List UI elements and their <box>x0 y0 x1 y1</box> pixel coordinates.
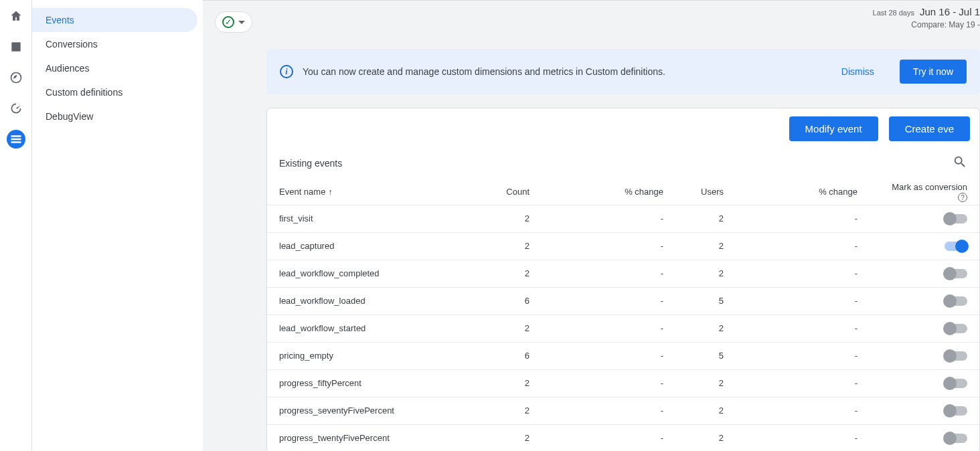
table-row: progress_seventyFivePercent2-2- <box>267 397 979 424</box>
rail-configure-icon[interactable] <box>7 130 25 149</box>
conversion-toggle[interactable] <box>945 351 967 361</box>
event-name-cell[interactable]: lead_workflow_completed <box>267 260 481 287</box>
date-range-compare: Compare: May 19 - <box>873 20 980 29</box>
conversion-toggle[interactable] <box>945 379 967 388</box>
banner-try-button[interactable]: Try it now <box>900 60 967 84</box>
chevron-down-icon <box>238 21 245 24</box>
change-users-cell: - <box>736 424 870 451</box>
date-range-value: Jun 16 - Jul 1 <box>920 6 980 17</box>
topbar: ✓ <box>203 1 980 43</box>
event-name-cell[interactable]: progress_seventyFivePercent <box>267 397 481 424</box>
info-banner: i You can now create and manage custom d… <box>266 49 980 94</box>
conversion-cell <box>870 424 979 451</box>
count-cell: 2 <box>481 205 542 232</box>
change-count-cell: - <box>542 260 675 287</box>
users-cell: 2 <box>675 397 736 424</box>
conversion-toggle[interactable] <box>945 406 967 416</box>
users-cell: 2 <box>675 424 736 451</box>
conversion-cell <box>870 369 979 397</box>
banner-message: You can now create and manage custom dim… <box>303 66 832 77</box>
rail-home-icon[interactable] <box>7 7 25 25</box>
conversion-toggle[interactable] <box>945 242 967 251</box>
modify-event-button[interactable]: Modify event <box>789 116 878 141</box>
change-count-cell: - <box>542 232 675 260</box>
check-circle-icon: ✓ <box>222 16 234 28</box>
rail-reports-icon[interactable] <box>7 37 25 56</box>
col-change-users[interactable]: % change <box>736 179 870 205</box>
table-row: pricing_empty6-5- <box>267 342 979 369</box>
table-row: lead_workflow_loaded6-5- <box>267 287 979 314</box>
subnav-events[interactable]: Events <box>32 8 197 32</box>
help-icon[interactable]: ? <box>958 193 967 202</box>
users-cell: 2 <box>675 369 736 397</box>
conversion-toggle[interactable] <box>945 324 967 333</box>
banner-dismiss-button[interactable]: Dismiss <box>841 66 874 77</box>
table-row: lead_workflow_started2-2- <box>267 314 979 342</box>
event-name-cell[interactable]: lead_workflow_started <box>267 314 481 342</box>
panel-actions: Modify event Create eve <box>267 108 979 149</box>
subnav-audiences[interactable]: Audiences <box>32 56 197 80</box>
change-count-cell: - <box>542 287 675 314</box>
conversion-toggle[interactable] <box>945 214 967 223</box>
count-cell: 2 <box>481 369 542 397</box>
create-event-button[interactable]: Create eve <box>889 116 970 141</box>
change-users-cell: - <box>736 397 870 424</box>
count-cell: 6 <box>481 287 542 314</box>
conversion-toggle[interactable] <box>945 296 967 306</box>
rail-explore-icon[interactable] <box>7 68 25 87</box>
events-panel: Modify event Create eve Existing events … <box>266 108 980 451</box>
table-row: first_visit2-2- <box>267 205 979 232</box>
table-row: lead_workflow_completed2-2- <box>267 260 979 287</box>
change-users-cell: - <box>736 314 870 342</box>
rail-advertising-icon[interactable] <box>7 99 25 118</box>
event-name-cell[interactable]: progress_twentyFivePercent <box>267 424 481 451</box>
subnav-debugview[interactable]: DebugView <box>32 104 197 128</box>
users-cell: 2 <box>675 205 736 232</box>
count-cell: 6 <box>481 342 542 369</box>
content-area: Last 28 days Jun 16 - Jul 1 Compare: May… <box>203 0 980 451</box>
events-table: Event name↑ Count % change Users % chang… <box>267 179 979 451</box>
change-users-cell: - <box>736 260 870 287</box>
change-users-cell: - <box>736 369 870 397</box>
event-name-cell[interactable]: lead_workflow_loaded <box>267 287 481 314</box>
table-row: lead_captured2-2- <box>267 232 979 260</box>
conversion-cell <box>870 205 979 232</box>
sort-asc-icon: ↑ <box>328 187 333 197</box>
count-cell: 2 <box>481 424 542 451</box>
status-filter-button[interactable]: ✓ <box>215 11 252 33</box>
change-count-cell: - <box>542 205 675 232</box>
conversion-cell <box>870 397 979 424</box>
configure-subnav: Events Conversions Audiences Custom defi… <box>32 0 203 451</box>
col-count[interactable]: Count <box>481 179 542 205</box>
conversion-toggle[interactable] <box>945 269 967 278</box>
col-event-name[interactable]: Event name↑ <box>267 179 481 205</box>
users-cell: 5 <box>675 342 736 369</box>
change-count-cell: - <box>542 314 675 342</box>
count-cell: 2 <box>481 232 542 260</box>
info-icon: i <box>280 65 293 78</box>
subnav-conversions[interactable]: Conversions <box>32 32 197 56</box>
change-users-cell: - <box>736 205 870 232</box>
event-name-cell[interactable]: progress_fiftyPercent <box>267 369 481 397</box>
event-name-cell[interactable]: first_visit <box>267 205 481 232</box>
table-row: progress_fiftyPercent2-2- <box>267 369 979 397</box>
event-name-cell[interactable]: pricing_empty <box>267 342 481 369</box>
col-change-count[interactable]: % change <box>542 179 675 205</box>
count-cell: 2 <box>481 397 542 424</box>
icon-rail <box>0 0 32 451</box>
count-cell: 2 <box>481 314 542 342</box>
search-icon[interactable] <box>953 155 967 171</box>
conversion-toggle[interactable] <box>945 434 967 443</box>
event-name-cell[interactable]: lead_captured <box>267 232 481 260</box>
col-mark-conversion: Mark as conversion? <box>870 179 979 205</box>
users-cell: 2 <box>675 260 736 287</box>
table-row: progress_twentyFivePercent2-2- <box>267 424 979 451</box>
change-users-cell: - <box>736 287 870 314</box>
subnav-custom-definitions[interactable]: Custom definitions <box>32 80 197 104</box>
date-range-selector[interactable]: Last 28 days Jun 16 - Jul 1 Compare: May… <box>873 6 980 29</box>
users-cell: 5 <box>675 287 736 314</box>
change-users-cell: - <box>736 342 870 369</box>
conversion-cell <box>870 314 979 342</box>
col-users[interactable]: Users <box>675 179 736 205</box>
change-users-cell: - <box>736 232 870 260</box>
